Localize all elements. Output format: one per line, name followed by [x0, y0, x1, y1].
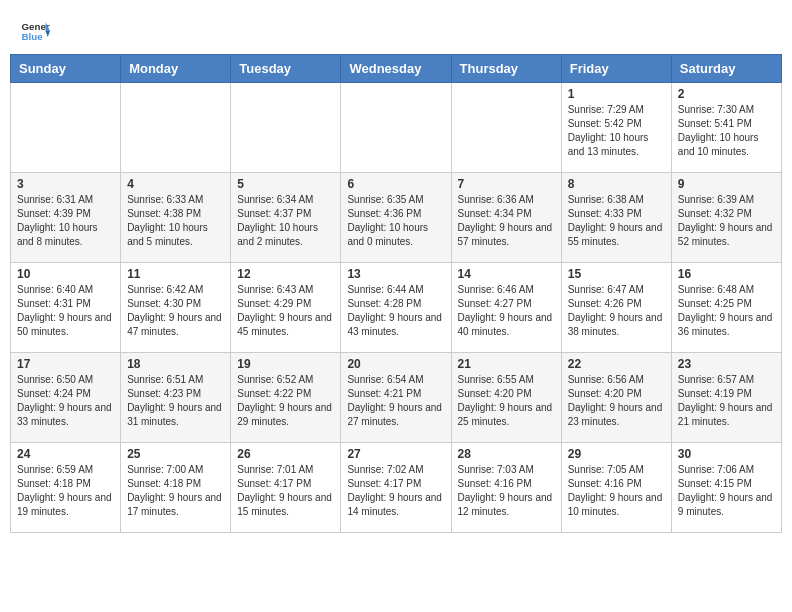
table-cell — [451, 83, 561, 173]
calendar-body: 1Sunrise: 7:29 AM Sunset: 5:42 PM Daylig… — [11, 83, 782, 533]
day-info: Sunrise: 6:33 AM Sunset: 4:38 PM Dayligh… — [127, 193, 224, 249]
header-saturday: Saturday — [671, 55, 781, 83]
week-row-1: 1Sunrise: 7:29 AM Sunset: 5:42 PM Daylig… — [11, 83, 782, 173]
table-cell: 15Sunrise: 6:47 AM Sunset: 4:26 PM Dayli… — [561, 263, 671, 353]
day-info: Sunrise: 7:05 AM Sunset: 4:16 PM Dayligh… — [568, 463, 665, 519]
table-cell: 5Sunrise: 6:34 AM Sunset: 4:37 PM Daylig… — [231, 173, 341, 263]
table-cell: 21Sunrise: 6:55 AM Sunset: 4:20 PM Dayli… — [451, 353, 561, 443]
day-number: 9 — [678, 177, 775, 191]
table-cell: 30Sunrise: 7:06 AM Sunset: 4:15 PM Dayli… — [671, 443, 781, 533]
week-row-5: 24Sunrise: 6:59 AM Sunset: 4:18 PM Dayli… — [11, 443, 782, 533]
week-row-4: 17Sunrise: 6:50 AM Sunset: 4:24 PM Dayli… — [11, 353, 782, 443]
day-info: Sunrise: 6:59 AM Sunset: 4:18 PM Dayligh… — [17, 463, 114, 519]
day-number: 5 — [237, 177, 334, 191]
day-info: Sunrise: 7:00 AM Sunset: 4:18 PM Dayligh… — [127, 463, 224, 519]
day-info: Sunrise: 6:46 AM Sunset: 4:27 PM Dayligh… — [458, 283, 555, 339]
day-info: Sunrise: 6:54 AM Sunset: 4:21 PM Dayligh… — [347, 373, 444, 429]
day-number: 16 — [678, 267, 775, 281]
svg-marker-3 — [46, 31, 51, 37]
day-info: Sunrise: 6:50 AM Sunset: 4:24 PM Dayligh… — [17, 373, 114, 429]
day-number: 11 — [127, 267, 224, 281]
day-number: 19 — [237, 357, 334, 371]
day-info: Sunrise: 6:40 AM Sunset: 4:31 PM Dayligh… — [17, 283, 114, 339]
header-tuesday: Tuesday — [231, 55, 341, 83]
calendar-header: SundayMondayTuesdayWednesdayThursdayFrid… — [11, 55, 782, 83]
day-info: Sunrise: 6:34 AM Sunset: 4:37 PM Dayligh… — [237, 193, 334, 249]
day-number: 10 — [17, 267, 114, 281]
day-info: Sunrise: 6:52 AM Sunset: 4:22 PM Dayligh… — [237, 373, 334, 429]
day-info: Sunrise: 7:30 AM Sunset: 5:41 PM Dayligh… — [678, 103, 775, 159]
table-cell: 6Sunrise: 6:35 AM Sunset: 4:36 PM Daylig… — [341, 173, 451, 263]
day-info: Sunrise: 6:56 AM Sunset: 4:20 PM Dayligh… — [568, 373, 665, 429]
header-row: SundayMondayTuesdayWednesdayThursdayFrid… — [11, 55, 782, 83]
day-info: Sunrise: 6:44 AM Sunset: 4:28 PM Dayligh… — [347, 283, 444, 339]
day-info: Sunrise: 6:42 AM Sunset: 4:30 PM Dayligh… — [127, 283, 224, 339]
calendar: SundayMondayTuesdayWednesdayThursdayFrid… — [10, 54, 782, 533]
week-row-3: 10Sunrise: 6:40 AM Sunset: 4:31 PM Dayli… — [11, 263, 782, 353]
day-info: Sunrise: 7:06 AM Sunset: 4:15 PM Dayligh… — [678, 463, 775, 519]
calendar-wrapper: SundayMondayTuesdayWednesdayThursdayFrid… — [0, 54, 792, 543]
logo-icon: General Blue — [20, 16, 50, 46]
table-cell: 9Sunrise: 6:39 AM Sunset: 4:32 PM Daylig… — [671, 173, 781, 263]
table-cell: 3Sunrise: 6:31 AM Sunset: 4:39 PM Daylig… — [11, 173, 121, 263]
day-info: Sunrise: 7:29 AM Sunset: 5:42 PM Dayligh… — [568, 103, 665, 159]
table-cell: 2Sunrise: 7:30 AM Sunset: 5:41 PM Daylig… — [671, 83, 781, 173]
day-number: 21 — [458, 357, 555, 371]
table-cell: 28Sunrise: 7:03 AM Sunset: 4:16 PM Dayli… — [451, 443, 561, 533]
day-info: Sunrise: 6:51 AM Sunset: 4:23 PM Dayligh… — [127, 373, 224, 429]
day-number: 26 — [237, 447, 334, 461]
table-cell: 14Sunrise: 6:46 AM Sunset: 4:27 PM Dayli… — [451, 263, 561, 353]
day-number: 7 — [458, 177, 555, 191]
table-cell: 13Sunrise: 6:44 AM Sunset: 4:28 PM Dayli… — [341, 263, 451, 353]
day-info: Sunrise: 6:48 AM Sunset: 4:25 PM Dayligh… — [678, 283, 775, 339]
day-info: Sunrise: 7:02 AM Sunset: 4:17 PM Dayligh… — [347, 463, 444, 519]
day-info: Sunrise: 7:01 AM Sunset: 4:17 PM Dayligh… — [237, 463, 334, 519]
day-info: Sunrise: 6:31 AM Sunset: 4:39 PM Dayligh… — [17, 193, 114, 249]
day-info: Sunrise: 6:57 AM Sunset: 4:19 PM Dayligh… — [678, 373, 775, 429]
header-sunday: Sunday — [11, 55, 121, 83]
day-number: 18 — [127, 357, 224, 371]
day-info: Sunrise: 7:03 AM Sunset: 4:16 PM Dayligh… — [458, 463, 555, 519]
day-info: Sunrise: 6:55 AM Sunset: 4:20 PM Dayligh… — [458, 373, 555, 429]
table-cell: 8Sunrise: 6:38 AM Sunset: 4:33 PM Daylig… — [561, 173, 671, 263]
day-number: 17 — [17, 357, 114, 371]
day-info: Sunrise: 6:35 AM Sunset: 4:36 PM Dayligh… — [347, 193, 444, 249]
day-info: Sunrise: 6:38 AM Sunset: 4:33 PM Dayligh… — [568, 193, 665, 249]
day-number: 22 — [568, 357, 665, 371]
table-cell: 12Sunrise: 6:43 AM Sunset: 4:29 PM Dayli… — [231, 263, 341, 353]
header-monday: Monday — [121, 55, 231, 83]
day-number: 27 — [347, 447, 444, 461]
table-cell: 19Sunrise: 6:52 AM Sunset: 4:22 PM Dayli… — [231, 353, 341, 443]
table-cell: 27Sunrise: 7:02 AM Sunset: 4:17 PM Dayli… — [341, 443, 451, 533]
day-number: 12 — [237, 267, 334, 281]
table-cell: 1Sunrise: 7:29 AM Sunset: 5:42 PM Daylig… — [561, 83, 671, 173]
day-number: 25 — [127, 447, 224, 461]
table-cell: 23Sunrise: 6:57 AM Sunset: 4:19 PM Dayli… — [671, 353, 781, 443]
table-cell: 10Sunrise: 6:40 AM Sunset: 4:31 PM Dayli… — [11, 263, 121, 353]
week-row-2: 3Sunrise: 6:31 AM Sunset: 4:39 PM Daylig… — [11, 173, 782, 263]
day-number: 29 — [568, 447, 665, 461]
day-number: 24 — [17, 447, 114, 461]
day-number: 8 — [568, 177, 665, 191]
table-cell: 29Sunrise: 7:05 AM Sunset: 4:16 PM Dayli… — [561, 443, 671, 533]
header-thursday: Thursday — [451, 55, 561, 83]
table-cell: 18Sunrise: 6:51 AM Sunset: 4:23 PM Dayli… — [121, 353, 231, 443]
table-cell: 11Sunrise: 6:42 AM Sunset: 4:30 PM Dayli… — [121, 263, 231, 353]
day-number: 13 — [347, 267, 444, 281]
table-cell: 4Sunrise: 6:33 AM Sunset: 4:38 PM Daylig… — [121, 173, 231, 263]
table-cell: 16Sunrise: 6:48 AM Sunset: 4:25 PM Dayli… — [671, 263, 781, 353]
table-cell: 17Sunrise: 6:50 AM Sunset: 4:24 PM Dayli… — [11, 353, 121, 443]
table-cell: 24Sunrise: 6:59 AM Sunset: 4:18 PM Dayli… — [11, 443, 121, 533]
day-number: 6 — [347, 177, 444, 191]
day-info: Sunrise: 6:39 AM Sunset: 4:32 PM Dayligh… — [678, 193, 775, 249]
table-cell: 25Sunrise: 7:00 AM Sunset: 4:18 PM Dayli… — [121, 443, 231, 533]
header-wednesday: Wednesday — [341, 55, 451, 83]
day-info: Sunrise: 6:36 AM Sunset: 4:34 PM Dayligh… — [458, 193, 555, 249]
day-number: 3 — [17, 177, 114, 191]
day-number: 2 — [678, 87, 775, 101]
day-number: 1 — [568, 87, 665, 101]
header: General Blue — [0, 0, 792, 54]
day-number: 20 — [347, 357, 444, 371]
day-number: 28 — [458, 447, 555, 461]
logo: General Blue — [20, 16, 50, 46]
